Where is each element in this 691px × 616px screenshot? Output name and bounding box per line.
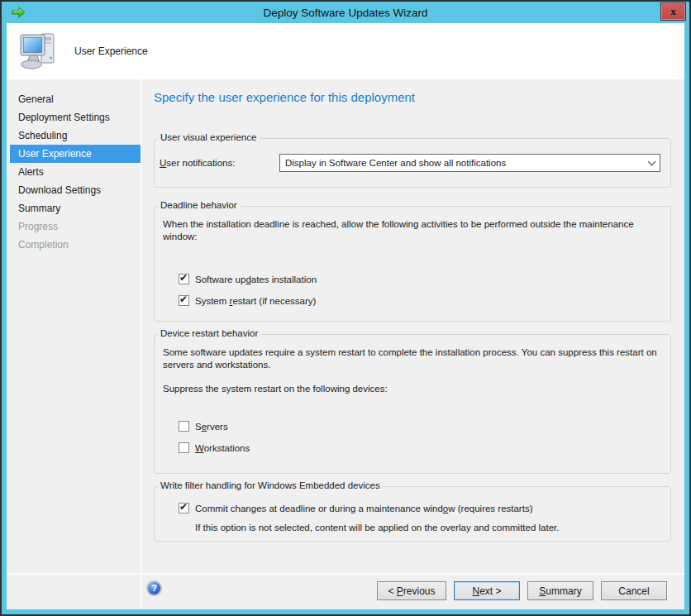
checkbox-label[interactable]: Servers — [195, 422, 228, 432]
deploy-software-updates-wizard-window: Deploy Software Updates Wizard x — [0, 0, 691, 616]
page-header-title: User Experience — [74, 45, 148, 57]
commit-changes-checkbox[interactable] — [179, 503, 189, 513]
group-title: Device restart behavior — [157, 328, 261, 338]
help-icon[interactable]: ? — [148, 582, 160, 595]
sidebar-item-deployment-settings[interactable]: Deployment Settings — [10, 108, 141, 127]
software-updates-installation-row[interactable]: Software updates installation — [179, 274, 660, 284]
footer-buttons: < Previous Next > Summary Cancel — [377, 581, 667, 600]
wizard-footer: ? < Previous Next > Summary Cancel — [7, 573, 684, 609]
checkbox-label[interactable]: Workstations — [195, 443, 250, 453]
wizard-page-content: Specify the user experience for this dep… — [142, 79, 684, 573]
sidebar-item-progress: Progress — [10, 217, 141, 236]
next-button[interactable]: Next > — [454, 581, 520, 600]
deadline-behavior-group: Deadline behavior When the installation … — [154, 206, 671, 322]
software-updates-installation-checkbox[interactable] — [179, 274, 189, 284]
commit-changes-row[interactable]: Commit changes at deadline or during a m… — [179, 503, 660, 513]
sidebar-item-alerts[interactable]: Alerts — [10, 163, 141, 181]
window-title: Deploy Software Updates Wizard — [2, 7, 689, 19]
user-notifications-label: User notifications: — [160, 158, 279, 168]
servers-row[interactable]: Servers — [179, 421, 660, 432]
system-restart-row[interactable]: System restart (if necessary) — [179, 295, 660, 306]
computer-icon — [18, 30, 60, 73]
page-heading: Specify the user experience for this dep… — [154, 90, 671, 104]
restart-description: Some software updates require a system r… — [163, 346, 660, 371]
wizard-page-header: User Experience — [7, 23, 684, 79]
sidebar-item-completion: Completion — [10, 236, 141, 254]
sidebar-item-scheduling[interactable]: Scheduling — [10, 127, 141, 145]
cancel-button[interactable]: Cancel — [601, 581, 667, 600]
user-notifications-dropdown[interactable]: Display in Software Center and show all … — [279, 154, 660, 172]
checkbox-label[interactable]: System restart (if necessary) — [195, 296, 316, 306]
titlebar: Deploy Software Updates Wizard x — [2, 2, 689, 23]
device-restart-behavior-group: Device restart behavior Some software up… — [154, 334, 671, 474]
deadline-description: When the installation deadline is reache… — [163, 218, 660, 243]
sidebar-item-summary[interactable]: Summary — [10, 199, 141, 217]
sidebar-item-download-settings[interactable]: Download Settings — [10, 181, 141, 199]
close-button[interactable]: x — [660, 2, 686, 21]
group-title: Write filter handling for Windows Embedd… — [157, 480, 384, 490]
workstations-checkbox[interactable] — [179, 442, 189, 453]
wizard-lower-area: General Deployment Settings Scheduling U… — [7, 79, 684, 609]
chevron-down-icon[interactable] — [643, 162, 660, 165]
wizard-steps-sidebar: General Deployment Settings Scheduling U… — [7, 79, 141, 573]
group-title: Deadline behavior — [157, 200, 241, 210]
suppress-devices-label: Suppress the system restart on the follo… — [163, 383, 660, 395]
window-body: User Experience General Deployment Setti… — [7, 23, 684, 609]
sidebar-item-user-experience[interactable]: User Experience — [10, 145, 141, 163]
group-title: User visual experience — [157, 132, 260, 142]
write-filter-group: Write filter handling for Windows Embedd… — [154, 486, 671, 542]
sidebar-item-general[interactable]: General — [10, 90, 141, 108]
write-filter-note: If this option is not selected, content … — [195, 523, 660, 532]
previous-button[interactable]: < Previous — [377, 581, 446, 600]
servers-checkbox[interactable] — [179, 421, 189, 432]
checkbox-label[interactable]: Software updates installation — [195, 275, 317, 284]
summary-button[interactable]: Summary — [527, 581, 593, 600]
dropdown-selected-value: Display in Software Center and show all … — [285, 158, 643, 168]
workstations-row[interactable]: Workstations — [179, 442, 660, 453]
user-visual-experience-group: User visual experience User notification… — [154, 138, 671, 188]
system-restart-checkbox[interactable] — [179, 295, 189, 306]
checkbox-label[interactable]: Commit changes at deadline or during a m… — [195, 504, 532, 513]
